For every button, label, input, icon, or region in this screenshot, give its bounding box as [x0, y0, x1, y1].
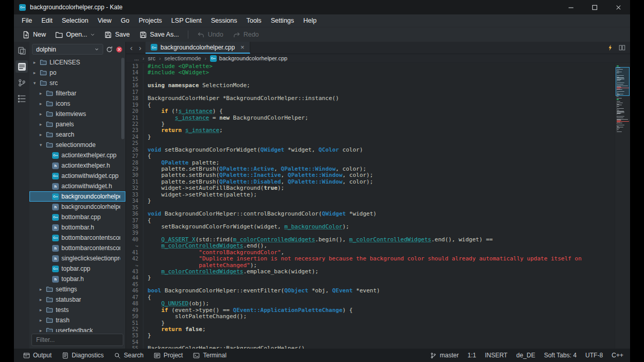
- statusbar-terminal-button[interactable]: Terminal: [188, 350, 231, 360]
- tree-item[interactable]: ▸po: [29, 68, 125, 78]
- menu-file[interactable]: File: [17, 15, 37, 26]
- close-project-icon[interactable]: [116, 46, 123, 53]
- code-line[interactable]: return false;: [148, 326, 630, 333]
- tree-item[interactable]: C++bottombar.cpp: [29, 212, 125, 222]
- tree-item[interactable]: C++backgroundcolorhelper.c...: [29, 191, 125, 202]
- tree-item[interactable]: ▸settings: [29, 284, 125, 294]
- menu-help[interactable]: Help: [299, 15, 321, 26]
- tree-scrollbar[interactable]: [121, 58, 124, 139]
- code-line[interactable]: palette.setBrush(QPalette::Active, QPale…: [148, 166, 630, 172]
- save-button[interactable]: Save: [100, 29, 134, 41]
- code-line[interactable]: m_colorControlledWidgets.end(),: [148, 243, 630, 249]
- save-as-button[interactable]: Save As...: [135, 29, 183, 41]
- tool-button-symbols[interactable]: [15, 92, 28, 105]
- tree-item[interactable]: ▸panels: [29, 119, 125, 129]
- split-view-icon[interactable]: [619, 44, 625, 51]
- tree-item[interactable]: htopbar.h: [29, 274, 125, 284]
- statusbar-utf-8[interactable]: UTF-8: [585, 352, 603, 359]
- code-line[interactable]: palette.setBrush(QPalette::Inactive, QPa…: [148, 172, 630, 178]
- new-button[interactable]: New: [18, 29, 50, 41]
- code-line[interactable]: [148, 339, 630, 345]
- statusbar-master[interactable]: master: [430, 352, 459, 359]
- statusbar-c[interactable]: C++: [611, 352, 623, 359]
- code-line[interactable]: #include <QWidget>: [148, 70, 630, 76]
- refresh-icon[interactable]: [106, 46, 113, 53]
- minimap-viewport[interactable]: [616, 67, 630, 96]
- tool-button-projects[interactable]: [15, 60, 28, 73]
- code-line[interactable]: #include <QPalette>: [148, 63, 630, 70]
- tree-item[interactable]: ▸trash: [29, 315, 125, 325]
- code-line[interactable]: if (event->type() == QEvent::Application…: [148, 307, 630, 314]
- menu-selection[interactable]: Selection: [57, 15, 93, 26]
- code-line[interactable]: [148, 89, 630, 95]
- code-line[interactable]: Q_UNUSED(obj);: [148, 301, 630, 307]
- tree-item[interactable]: C++topbar.cpp: [29, 264, 125, 274]
- tree-item[interactable]: hsingleclickselectionproxy...: [29, 253, 125, 264]
- close-button[interactable]: [606, 0, 630, 14]
- statusbar-insert[interactable]: INSERT: [485, 352, 508, 359]
- tree-item[interactable]: hactionwithwidget.h: [29, 181, 125, 191]
- tree-item[interactable]: ▸icons: [29, 98, 125, 109]
- tool-button-documents[interactable]: [15, 44, 28, 57]
- statusbar-soft-tabs-4[interactable]: Soft Tabs: 4: [544, 352, 576, 359]
- code-line[interactable]: "Duplicate insertion is not necessary be…: [148, 256, 630, 262]
- code-line[interactable]: QPalette palette;: [148, 160, 630, 166]
- code-line[interactable]: [148, 140, 630, 146]
- tree-item[interactable]: hactiontexthelper.h: [29, 160, 125, 171]
- statusbar-project-button[interactable]: Project: [149, 350, 187, 360]
- open-button[interactable]: Open...: [51, 29, 99, 41]
- code-line[interactable]: m_colorControlledWidgets.emplace_back(wi…: [148, 269, 630, 275]
- tab-close-icon[interactable]: ×: [240, 43, 245, 51]
- menu-go[interactable]: Go: [116, 15, 134, 26]
- code-line[interactable]: }: [148, 121, 630, 127]
- code-line[interactable]: {: [148, 102, 630, 108]
- code-line[interactable]: [148, 76, 630, 83]
- statusbar-de-de[interactable]: de_DE: [516, 352, 535, 359]
- code-line[interactable]: Q_ASSERT_X(std::find(m_colorControlledWi…: [148, 237, 630, 243]
- menu-projects[interactable]: Projects: [134, 15, 167, 26]
- tree-item[interactable]: ▸userfeedback: [29, 325, 125, 332]
- code-line[interactable]: void setBackgroundColorForWidget(QWidget…: [148, 147, 630, 153]
- breadcrumb-item[interactable]: selectionmode: [165, 55, 201, 61]
- project-selector[interactable]: dolphin: [32, 44, 103, 55]
- code-line[interactable]: palette.setBrush(QPalette::Disabled, QPa…: [148, 179, 630, 185]
- code-line[interactable]: BackgroundColorHelper::BackgroundColorHe…: [148, 345, 630, 349]
- code-line[interactable]: bool BackgroundColorHelper::eventFilter(…: [148, 288, 630, 294]
- tree-item[interactable]: ▸kitemviews: [29, 109, 125, 119]
- menu-view[interactable]: View: [93, 15, 116, 26]
- menu-sessions[interactable]: Sessions: [206, 15, 242, 26]
- code-line[interactable]: [148, 230, 630, 236]
- tree-item[interactable]: hbottombar.h: [29, 222, 125, 233]
- maximize-button[interactable]: [583, 0, 606, 14]
- code-line[interactable]: {: [148, 153, 630, 159]
- code-line[interactable]: using namespace SelectionMode;: [148, 83, 630, 89]
- menu-edit[interactable]: Edit: [37, 15, 57, 26]
- tree-item[interactable]: ▸LICENSES: [29, 57, 125, 68]
- code-line[interactable]: [148, 282, 630, 288]
- breadcrumb-item[interactable]: C++backgroundcolorhelper.cpp: [210, 55, 287, 62]
- code-line[interactable]: if (!s_instance) {: [148, 108, 630, 114]
- code-line[interactable]: }: [148, 134, 630, 140]
- statusbar-output-button[interactable]: Output: [19, 350, 56, 360]
- statusbar-1-1[interactable]: 1:1: [468, 352, 476, 359]
- breadcrumb-item[interactable]: ...: [134, 55, 139, 61]
- statusbar-diagnostics-button[interactable]: Diagnostics: [57, 350, 108, 360]
- code-area[interactable]: 13#include <QPalette>14#include <QWidget…: [126, 63, 630, 349]
- code-line[interactable]: }: [148, 198, 630, 204]
- code-line[interactable]: {: [148, 218, 630, 224]
- tab-active[interactable]: C++ backgroundcolorhelper.cpp ×: [146, 42, 250, 54]
- code-line[interactable]: BackgroundColorHelper *BackgroundColorHe…: [148, 95, 630, 102]
- code-line[interactable]: slotPaletteChanged();: [148, 314, 630, 320]
- minimize-button[interactable]: [559, 0, 583, 14]
- code-line[interactable]: }: [148, 320, 630, 326]
- nav-back-icon[interactable]: ‹: [130, 43, 133, 52]
- code-line[interactable]: widget->setAutoFillBackground(true);: [148, 185, 630, 191]
- quick-open-icon[interactable]: [607, 44, 614, 51]
- tree-item[interactable]: ▸search: [29, 129, 125, 140]
- code-line[interactable]: }: [148, 275, 630, 281]
- breadcrumb-item[interactable]: src: [148, 55, 156, 61]
- menu-lsp-client[interactable]: LSP Client: [167, 15, 206, 26]
- tree-item[interactable]: ▸statusbar: [29, 294, 125, 305]
- tree-item[interactable]: ▾selectionmode: [29, 140, 125, 150]
- code-line[interactable]: paletteChanged");: [148, 262, 630, 269]
